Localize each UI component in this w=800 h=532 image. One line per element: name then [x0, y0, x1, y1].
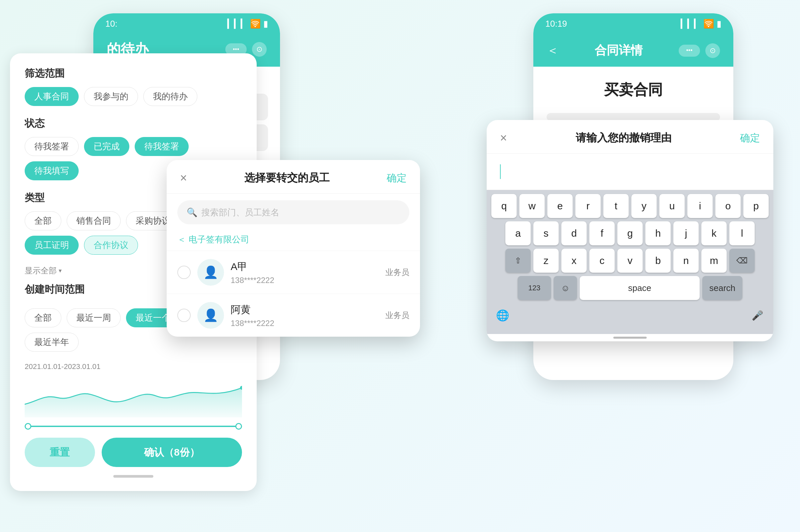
key-o[interactable]: o [715, 194, 741, 218]
employee-avatar-2: 👤 [197, 302, 224, 329]
emoji-key[interactable]: ☺ [554, 276, 577, 300]
tag-week[interactable]: 最近一周 [66, 308, 121, 327]
slider-fill [25, 426, 242, 427]
employee-info-1: A甲 138****2222 [231, 260, 379, 285]
key-e[interactable]: e [547, 194, 573, 218]
tag-hr-contract[interactable]: 人事合同 [25, 87, 79, 106]
date-range-text: 2021.01.01-2023.01.01 [25, 362, 242, 371]
tag-wait-sign[interactable]: 待我签署 [25, 137, 79, 156]
keyboard: q w e r t y u i o p a s d f g h j k l ⇧ … [487, 190, 773, 334]
slider-thumb-left[interactable] [25, 423, 31, 430]
employee-radio-2[interactable] [177, 309, 191, 322]
contract-time: 10:19 [545, 19, 567, 29]
contract-battery: ▮ [717, 19, 721, 29]
tag-coop[interactable]: 合作协议 [84, 236, 138, 255]
key-l[interactable]: l [729, 221, 755, 245]
key-x[interactable]: x [561, 249, 587, 273]
contract-more-btn[interactable]: ••• [679, 45, 700, 57]
status-bar-right: ▎▎▎ 🛜 ▮ [227, 19, 268, 29]
reset-button[interactable]: 重置 [25, 438, 95, 467]
tag-cert[interactable]: 员工证明 [25, 236, 79, 255]
key-b[interactable]: b [645, 249, 671, 273]
key-n[interactable]: n [673, 249, 699, 273]
key-h[interactable]: h [645, 221, 671, 245]
employee-modal-confirm[interactable]: 确定 [387, 171, 407, 185]
tag-done[interactable]: 已完成 [84, 137, 129, 156]
search-key[interactable]: search [702, 276, 742, 300]
key-q[interactable]: q [491, 194, 517, 218]
chevron-left-icon: ＜ [177, 234, 186, 245]
key-g[interactable]: g [617, 221, 643, 245]
status-time: 10: [105, 19, 117, 29]
tag-my-todo[interactable]: 我的待办 [143, 87, 197, 106]
contract-wifi: 🛜 [703, 19, 714, 29]
contract-header-title: 合同详情 [595, 42, 643, 59]
cancel-reason-confirm[interactable]: 确定 [740, 131, 760, 145]
key-f[interactable]: f [589, 221, 615, 245]
key-j[interactable]: j [673, 221, 699, 245]
cancel-reason-close[interactable]: × [500, 131, 507, 145]
num-key[interactable]: 123 [518, 276, 551, 300]
signal-icon: ▎▎▎ [227, 19, 247, 29]
contract-header-row: ＜ 合同详情 ••• ⊙ [547, 42, 720, 59]
wifi-icon: 🛜 [250, 19, 261, 29]
company-name: 电子签有限公司 [189, 234, 249, 245]
key-c[interactable]: c [589, 249, 615, 273]
employee-radio-1[interactable] [177, 266, 191, 279]
contract-scan-btn[interactable]: ⊙ [705, 43, 720, 58]
key-p[interactable]: p [743, 194, 769, 218]
employee-search[interactable]: 🔍 搜索部门、员工姓名 [177, 200, 409, 224]
key-z[interactable]: z [533, 249, 559, 273]
backspace-key[interactable]: ⌫ [729, 249, 755, 273]
key-t[interactable]: t [603, 194, 629, 218]
tag-date-all[interactable]: 全部 [25, 308, 61, 327]
scan-icon-btn[interactable]: ⊙ [252, 42, 267, 57]
employee-modal-header: × 选择要转交的员工 确定 [167, 160, 420, 194]
company-nav[interactable]: ＜ 电子签有限公司 [167, 231, 420, 251]
globe-key[interactable]: 🌐 [490, 303, 515, 327]
tag-half-year[interactable]: 最近半年 [25, 332, 79, 352]
employee-name-2: 阿黄 [231, 303, 379, 317]
key-a[interactable]: a [505, 221, 531, 245]
keyboard-row-2: a s d f g h j k l [490, 221, 770, 245]
key-w[interactable]: w [519, 194, 545, 218]
employee-item-1[interactable]: 👤 A甲 138****2222 业务员 [167, 251, 420, 294]
employee-item-2[interactable]: 👤 阿黄 138****2222 业务员 [167, 294, 420, 337]
tag-wait-sign2[interactable]: 待我签署 [135, 137, 189, 156]
tag-wait-fill[interactable]: 待我填写 [25, 162, 79, 180]
date-slider[interactable] [25, 426, 242, 427]
contract-status-bar: 10:19 ▎▎▎ 🛜 ▮ [533, 13, 734, 30]
contract-status-right: ▎▎▎ 🛜 ▮ [681, 19, 721, 29]
key-v[interactable]: v [617, 249, 643, 273]
slider-thumb-right[interactable] [235, 423, 242, 430]
key-m[interactable]: m [701, 249, 727, 273]
shift-key[interactable]: ⇧ [505, 249, 531, 273]
contract-header-icons: ••• ⊙ [679, 43, 720, 58]
space-key[interactable]: space [580, 276, 700, 300]
key-s[interactable]: s [533, 221, 559, 245]
tag-participated[interactable]: 我参与的 [84, 87, 138, 106]
employee-search-icon: 🔍 [187, 207, 197, 218]
key-i[interactable]: i [687, 194, 713, 218]
key-r[interactable]: r [575, 194, 601, 218]
contract-header: 10:19 ▎▎▎ 🛜 ▮ ＜ 合同详情 ••• ⊙ [533, 13, 734, 66]
employee-avatar-1: 👤 [197, 259, 224, 286]
back-button[interactable]: ＜ [547, 42, 559, 59]
key-y[interactable]: y [631, 194, 657, 218]
tag-all[interactable]: 全部 [25, 211, 61, 230]
confirm-button[interactable]: 确认（8份） [102, 438, 242, 467]
keyboard-spacer [518, 303, 742, 327]
show-all-label: 显示全部 [25, 265, 57, 276]
status-title: 状态 [25, 117, 242, 130]
range-tags: 人事合同 我参与的 我的待办 [25, 87, 242, 106]
key-u[interactable]: u [659, 194, 685, 218]
key-d[interactable]: d [561, 221, 587, 245]
cancel-reason-input-area[interactable] [487, 154, 773, 190]
mic-key[interactable]: 🎤 [745, 303, 770, 327]
tag-sales[interactable]: 销售合同 [66, 211, 121, 230]
employee-role-1: 业务员 [385, 267, 409, 278]
status-bar: 10: ▎▎▎ 🛜 ▮ [93, 13, 280, 30]
employee-modal-close[interactable]: × [180, 171, 187, 185]
key-k[interactable]: k [701, 221, 727, 245]
employee-role-2: 业务员 [385, 310, 409, 321]
